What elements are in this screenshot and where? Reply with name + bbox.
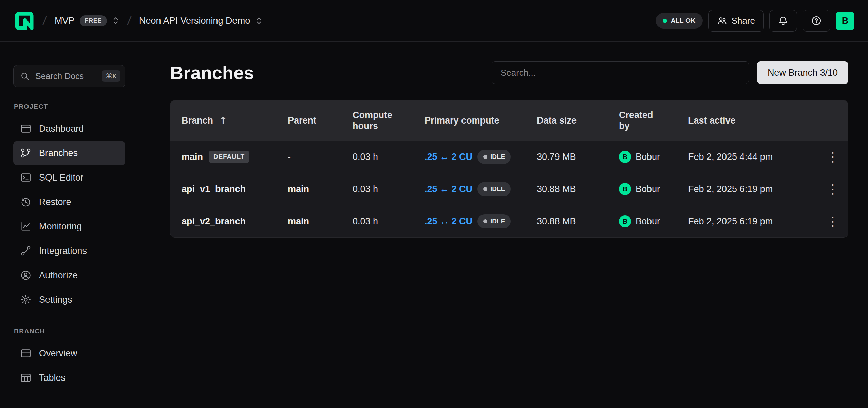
compute-state-badge: IDLE bbox=[477, 214, 511, 228]
sort-asc-icon: ↑ bbox=[219, 115, 227, 126]
share-button[interactable]: Share bbox=[708, 10, 764, 32]
row-menu-button[interactable]: ⋮ bbox=[826, 215, 839, 228]
sidebar-item-tables[interactable]: Tables bbox=[13, 366, 125, 390]
data-size-cell: 30.88 MB bbox=[537, 216, 619, 227]
branch-name: api_v2_branch bbox=[182, 216, 246, 227]
table-row[interactable]: api_v1_branch main 0.03 h .25 ↔ 2 CU IDL… bbox=[170, 173, 848, 205]
primary-compute-cell: .25 ↔ 2 CU IDLE bbox=[424, 182, 537, 196]
branch-name: main bbox=[182, 152, 203, 162]
sidebar-item-monitoring[interactable]: Monitoring bbox=[13, 214, 125, 239]
chevron-updown-icon bbox=[112, 16, 119, 26]
sidebar-item-overview[interactable]: Overview bbox=[13, 341, 125, 366]
branches-icon bbox=[20, 147, 32, 159]
section-label-project: PROJECT bbox=[14, 103, 148, 110]
sidebar-item-label: Dashboard bbox=[39, 124, 84, 134]
bell-icon bbox=[778, 15, 789, 26]
branch-nav: Overview Tables bbox=[13, 341, 148, 390]
page-title: Branches bbox=[170, 62, 254, 83]
column-header-parent: Parent bbox=[288, 115, 353, 126]
notifications-button[interactable] bbox=[769, 10, 797, 32]
layout: Search Docs ⌘K PROJECT Dashboard Branche… bbox=[0, 42, 868, 408]
table-row[interactable]: main DEFAULT - 0.03 h .25 ↔ 2 CU IDLE 30… bbox=[170, 141, 848, 173]
creator-name: Bobur bbox=[636, 184, 660, 194]
breadcrumb-page[interactable]: Neon API Versioning Demo bbox=[139, 16, 263, 26]
row-menu-button[interactable]: ⋮ bbox=[826, 183, 839, 196]
sidebar-item-label: Tables bbox=[39, 373, 65, 383]
column-header-compute-hours: Compute hours bbox=[353, 110, 424, 132]
primary-compute-cell: .25 ↔ 2 CU IDLE bbox=[424, 150, 537, 164]
branch-name: api_v1_branch bbox=[182, 184, 246, 194]
sidebar-item-label: SQL Editor bbox=[39, 172, 83, 183]
sidebar-item-settings[interactable]: Settings bbox=[13, 288, 125, 312]
compute-hours-cell: 0.03 h bbox=[353, 184, 424, 194]
column-header-branch[interactable]: Branch ↑ bbox=[170, 115, 288, 126]
header-actions: ALL OK Share bbox=[656, 10, 854, 32]
branch-cell: main DEFAULT bbox=[170, 151, 288, 163]
keyboard-shortcut: ⌘K bbox=[102, 70, 120, 82]
row-menu-button[interactable]: ⋮ bbox=[826, 150, 839, 163]
compute-size-link[interactable]: .25 ↔ 2 CU bbox=[424, 216, 472, 227]
search-docs[interactable]: Search Docs ⌘K bbox=[13, 65, 125, 87]
compute-size-link[interactable]: .25 ↔ 2 CU bbox=[424, 152, 472, 162]
column-header-primary-compute: Primary compute bbox=[424, 115, 537, 126]
restore-icon bbox=[20, 196, 32, 208]
sidebar: Search Docs ⌘K PROJECT Dashboard Branche… bbox=[0, 42, 148, 408]
help-icon bbox=[811, 15, 822, 26]
top-header: / MVP FREE / Neon API Versioning Demo AL… bbox=[0, 0, 868, 42]
column-header-created-by: Created by bbox=[619, 110, 688, 132]
sidebar-item-sql-editor[interactable]: SQL Editor bbox=[13, 165, 125, 190]
user-avatar[interactable]: B bbox=[836, 12, 854, 30]
creator-name: Bobur bbox=[636, 216, 660, 227]
compute-size-link[interactable]: .25 ↔ 2 CU bbox=[424, 184, 472, 194]
top-actions: New Branch 3/10 bbox=[492, 61, 848, 84]
table-row[interactable]: api_v2_branch main 0.03 h .25 ↔ 2 CU IDL… bbox=[170, 205, 848, 237]
breadcrumb: / MVP FREE / Neon API Versioning Demo bbox=[14, 10, 263, 32]
monitoring-icon bbox=[20, 221, 32, 232]
compute-state-badge: IDLE bbox=[477, 182, 511, 196]
sidebar-item-label: Branches bbox=[39, 148, 78, 159]
authorize-icon bbox=[20, 270, 32, 281]
compute-state-badge: IDLE bbox=[477, 150, 511, 164]
people-icon bbox=[717, 16, 727, 26]
sidebar-item-label: Settings bbox=[39, 295, 72, 305]
new-branch-button[interactable]: New Branch 3/10 bbox=[757, 61, 848, 84]
sidebar-item-label: Overview bbox=[39, 348, 77, 359]
creator-name: Bobur bbox=[636, 152, 660, 162]
sidebar-item-label: Integrations bbox=[39, 246, 87, 256]
column-header-data-size: Data size bbox=[537, 115, 619, 126]
creator-avatar: B bbox=[619, 151, 631, 163]
data-size-cell: 30.88 MB bbox=[537, 184, 619, 194]
status-pill[interactable]: ALL OK bbox=[656, 13, 703, 29]
breadcrumb-separator: / bbox=[42, 14, 48, 28]
chevron-updown-icon bbox=[255, 16, 263, 26]
branches-table: Branch ↑ Parent Compute hours Primary co… bbox=[170, 100, 848, 238]
sidebar-item-restore[interactable]: Restore bbox=[13, 190, 125, 214]
help-button[interactable] bbox=[803, 10, 830, 32]
sidebar-item-label: Restore bbox=[39, 197, 71, 207]
data-size-cell: 30.79 MB bbox=[537, 152, 619, 162]
breadcrumb-project[interactable]: MVP FREE bbox=[55, 15, 119, 26]
page-name: Neon API Versioning Demo bbox=[139, 16, 250, 26]
status-label: ALL OK bbox=[671, 17, 696, 24]
state-dot-icon bbox=[483, 155, 487, 159]
sidebar-item-label: Monitoring bbox=[39, 221, 82, 232]
sidebar-item-integrations[interactable]: Integrations bbox=[13, 239, 125, 263]
section-label-branch: BRANCH bbox=[14, 328, 148, 335]
table-header-row: Branch ↑ Parent Compute hours Primary co… bbox=[170, 100, 848, 141]
neon-logo[interactable] bbox=[14, 10, 35, 32]
plan-badge: FREE bbox=[80, 15, 107, 26]
sidebar-item-authorize[interactable]: Authorize bbox=[13, 263, 125, 288]
parent-cell: main bbox=[288, 184, 353, 194]
parent-cell: main bbox=[288, 216, 353, 227]
creator-avatar: B bbox=[619, 215, 631, 227]
created-by-cell: B Bobur bbox=[619, 151, 688, 163]
branch-search-input[interactable] bbox=[492, 61, 749, 84]
sidebar-item-dashboard[interactable]: Dashboard bbox=[13, 116, 125, 141]
state-dot-icon bbox=[483, 187, 487, 191]
share-label: Share bbox=[732, 16, 755, 26]
created-by-cell: B Bobur bbox=[619, 183, 688, 195]
overview-icon bbox=[20, 348, 32, 359]
sidebar-item-branches[interactable]: Branches bbox=[13, 141, 125, 165]
sql-editor-icon bbox=[20, 172, 32, 183]
dashboard-icon bbox=[20, 123, 32, 134]
